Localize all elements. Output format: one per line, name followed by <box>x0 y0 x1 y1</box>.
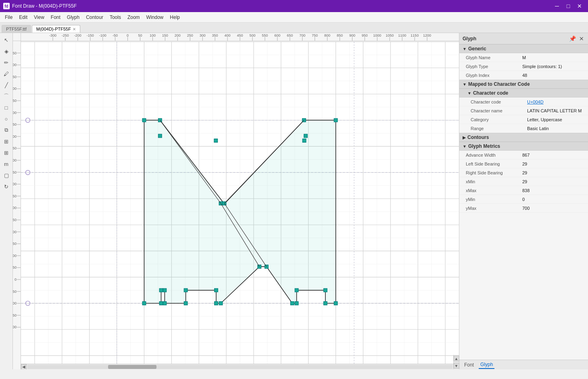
svg-text:500: 500 <box>249 33 255 37</box>
section-character-code[interactable]: ▼Character code <box>459 89 588 97</box>
tool-rotate[interactable]: ↻ <box>1 181 12 192</box>
svg-text:850: 850 <box>337 33 343 37</box>
prop-value: Basic Latin <box>527 126 585 131</box>
svg-text:1200: 1200 <box>423 33 431 37</box>
svg-rect-63 <box>13 41 21 339</box>
menu-item-help[interactable]: Help <box>167 13 183 21</box>
maximize-button[interactable]: □ <box>563 2 573 10</box>
on-curve-point[interactable] <box>215 302 218 305</box>
prop-name: Glyph Type <box>466 64 522 69</box>
ruler-left: 9509008508007507006506005505004504003503… <box>13 41 21 369</box>
svg-text:50: 50 <box>13 265 17 269</box>
panel-pin-button[interactable]: 📌 <box>568 35 577 43</box>
prop-value: 48 <box>522 73 585 78</box>
tool-node[interactable]: ◈ <box>1 46 12 56</box>
menu-item-view[interactable]: View <box>31 13 48 21</box>
close-button[interactable]: ✕ <box>574 2 585 10</box>
section-mapped-to-character-code[interactable]: ▼Mapped to Character Code <box>459 80 588 89</box>
on-curve-point[interactable] <box>142 302 146 305</box>
scroll-thumb[interactable] <box>108 365 156 369</box>
panel-close-button[interactable]: ✕ <box>578 35 585 43</box>
ruler-top: -300-250-200-150-100-5005010015020025030… <box>21 33 459 41</box>
menu-item-zoom[interactable]: Zoom <box>124 13 143 21</box>
menu-item-file[interactable]: File <box>2 13 16 21</box>
menu-item-tools[interactable]: Tools <box>106 13 124 21</box>
section-generic[interactable]: ▼Generic <box>459 44 588 53</box>
tool-component[interactable]: ⊞ <box>1 136 12 147</box>
svg-text:350: 350 <box>13 194 17 198</box>
on-curve-point[interactable] <box>323 302 327 305</box>
prop-value: 838 <box>522 188 585 193</box>
tool-rect[interactable]: □ <box>1 102 12 113</box>
on-curve-point[interactable] <box>142 118 146 122</box>
on-curve-point[interactable] <box>323 288 327 292</box>
section-contours[interactable]: ▶Contours <box>459 133 588 142</box>
menu-item-window[interactable]: Window <box>143 13 167 21</box>
titlebar-controls: ─ □ ✕ <box>552 2 585 10</box>
bottom-tab-glyph[interactable]: Glyph <box>479 361 494 369</box>
on-curve-point[interactable] <box>215 288 218 292</box>
tool-select[interactable]: ↖ <box>1 35 12 45</box>
section-glyph-metrics[interactable]: ▼Glyph Metrics <box>459 142 588 151</box>
on-curve-point[interactable] <box>214 139 218 143</box>
svg-text:1100: 1100 <box>398 33 406 37</box>
on-curve-point[interactable] <box>163 288 167 292</box>
bottom-tab-font[interactable]: Font <box>463 361 475 369</box>
on-curve-point[interactable] <box>159 302 163 305</box>
prop-name: Range <box>471 126 527 131</box>
tool-metrics[interactable]: m <box>1 159 12 169</box>
on-curve-point[interactable] <box>163 302 167 305</box>
prop-row: yMin0 <box>459 195 588 204</box>
scroll-up-arrow[interactable]: ▲ <box>454 356 459 361</box>
on-curve-point[interactable] <box>302 139 306 143</box>
on-curve-point[interactable] <box>184 288 188 292</box>
tool-frame[interactable]: ▢ <box>1 170 12 180</box>
on-curve-point[interactable] <box>334 302 338 305</box>
prop-row: Glyph NameM <box>459 53 588 62</box>
tool-curve[interactable]: ⌒ <box>1 91 12 101</box>
drawing-canvas[interactable] <box>21 41 459 369</box>
tool-ellipse[interactable]: ○ <box>1 114 12 124</box>
prop-value: M <box>522 55 585 60</box>
on-curve-point[interactable] <box>295 302 298 305</box>
tab-ptf55fttf[interactable]: PTF55F.ttf <box>2 25 31 33</box>
prop-row: Right Side Bearing29 <box>459 168 588 177</box>
hscrollbar[interactable]: ◀ ▶ <box>21 364 459 369</box>
on-curve-point[interactable] <box>219 302 223 305</box>
tab-close-icon[interactable]: ✕ <box>73 27 76 31</box>
tool-line[interactable]: ╱ <box>1 80 12 90</box>
tool-pencil[interactable]: ✏ <box>1 57 12 68</box>
on-curve-point[interactable] <box>159 288 163 292</box>
tab-m004dptf55f[interactable]: M(004D)-PTF55F ✕ <box>32 25 80 33</box>
expand-arrow: ▼ <box>463 82 467 87</box>
prop-name: Glyph Name <box>466 55 522 60</box>
tool-pen[interactable]: 🖊 <box>1 68 12 79</box>
prop-value: 867 <box>522 153 585 157</box>
tool-copy-contour[interactable]: ⧉ <box>1 125 12 135</box>
on-curve-point[interactable] <box>184 302 188 305</box>
svg-text:400: 400 <box>225 33 231 37</box>
svg-text:0: 0 <box>127 33 129 37</box>
prop-row: yMax700 <box>459 204 588 213</box>
scroll-track[interactable] <box>27 365 452 369</box>
glyph-canvas[interactable] <box>21 41 459 369</box>
vscrollbar[interactable]: ▲ ▼ <box>453 355 459 369</box>
scroll-left-arrow[interactable]: ◀ <box>21 364 27 370</box>
menu-item-edit[interactable]: Edit <box>16 13 31 21</box>
on-curve-point[interactable] <box>304 134 308 138</box>
on-curve-point[interactable] <box>334 118 338 122</box>
prop-row: Left Side Bearing29 <box>459 159 588 168</box>
minimize-button[interactable]: ─ <box>552 2 562 10</box>
menu-item-glyph[interactable]: Glyph <box>64 13 83 21</box>
on-curve-point[interactable] <box>290 302 294 305</box>
prop-value[interactable]: U+004D <box>527 99 585 104</box>
tool-grid[interactable]: ⊞ <box>1 147 12 158</box>
svg-text:700: 700 <box>299 33 305 37</box>
on-curve-point[interactable] <box>158 134 162 138</box>
prop-value: 29 <box>522 162 585 166</box>
menu-item-contour[interactable]: Contour <box>83 13 106 21</box>
on-curve-point[interactable] <box>295 288 298 292</box>
scroll-down-arrow[interactable]: ▼ <box>454 363 459 369</box>
expand-arrow: ▼ <box>463 47 467 51</box>
menu-item-font[interactable]: Font <box>48 13 64 21</box>
